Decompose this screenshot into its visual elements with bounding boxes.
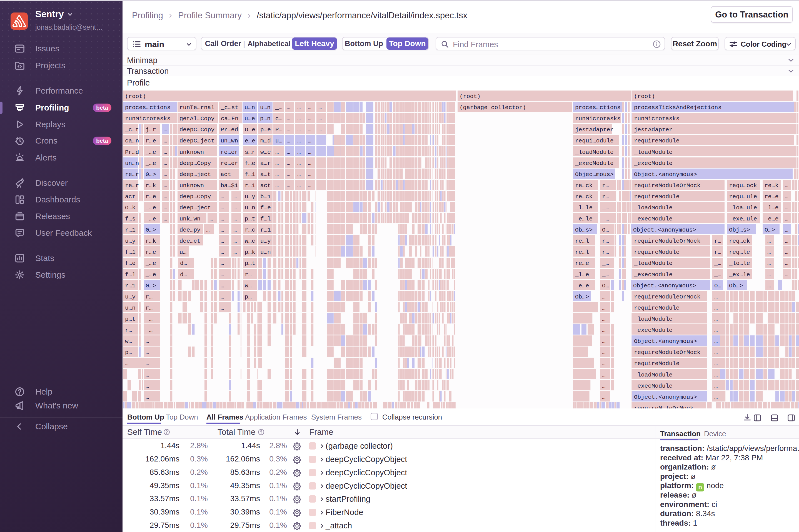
svg-text:…: … [275, 160, 279, 167]
svg-text:deep…Copy: deep…Copy [180, 160, 211, 167]
svg-text:requireModuleOrMock: requireModuleOrMock [634, 294, 700, 300]
svg-text:…: … [275, 149, 279, 155]
svg-text:f…1: f…1 [245, 171, 255, 178]
svg-text:(garbage collector): (garbage collector) [460, 104, 526, 111]
svg-text:Object.<anonymous>: Object.<anonymous> [633, 227, 696, 233]
svg-text:…: … [308, 127, 312, 133]
svg-text:u…n: u…n [245, 205, 255, 211]
svg-text:w…: w… [125, 338, 132, 345]
svg-text:O…: O… [602, 283, 609, 289]
svg-text:(root): (root) [460, 93, 481, 100]
svg-text:_…: _… [145, 327, 152, 334]
svg-text:…: … [714, 349, 718, 356]
svg-text:r…: r… [602, 238, 609, 244]
svg-text:_execModule: _execModule [634, 216, 673, 222]
svg-text:_…: _… [602, 205, 609, 211]
svg-text:…: … [297, 115, 301, 122]
svg-text:…: … [221, 283, 224, 289]
svg-text:r…e: r…e [146, 138, 156, 144]
svg-text:…: … [308, 104, 312, 111]
svg-text:…: … [234, 238, 237, 244]
svg-text:_…: _… [145, 316, 152, 322]
svg-text:u…n: u…n [260, 249, 271, 255]
svg-text:_c…t: _c…t [125, 127, 139, 133]
svg-text:Obj…s>: Obj…s> [729, 227, 750, 233]
svg-text:…: … [287, 183, 290, 189]
svg-text:Object.<anonymous>: Object.<anonymous> [634, 394, 697, 400]
svg-text:r…: r… [602, 193, 609, 200]
svg-text:processTicksAndRejections: processTicksAndRejections [634, 104, 722, 111]
svg-text:_loa…ule: _loa…ule [729, 205, 757, 211]
svg-text:requireM…leOrMock: requireM…leOrMock [634, 405, 693, 408]
svg-text:re…ck: re…ck [575, 193, 593, 200]
svg-text:deepC…Copy: deepC…Copy [180, 127, 215, 133]
svg-text:…: … [767, 260, 771, 267]
svg-text:f…e: f…e [245, 160, 255, 167]
svg-text:…: … [297, 149, 301, 155]
svg-text:0…>: 0…> [146, 227, 156, 233]
svg-text:u…n: u…n [260, 104, 271, 111]
svg-text:requireModule: requireModule [634, 193, 680, 200]
svg-text:_execModule: _execModule [634, 271, 673, 278]
svg-text:_execModule: _execModule [634, 327, 673, 334]
svg-text:…: … [714, 383, 718, 389]
svg-text:…: … [785, 216, 788, 222]
svg-text:0…>: 0…> [146, 283, 156, 289]
svg-text:r…e: r…e [146, 249, 156, 255]
svg-text:…: … [308, 160, 312, 167]
svg-text:Object.<anonymous>: Object.<anonymous> [633, 283, 696, 289]
svg-text:…: … [287, 115, 290, 122]
svg-text:…: … [714, 372, 718, 378]
svg-text:runMicrotasks: runMicrotasks [125, 115, 171, 122]
svg-text:ba…$1: ba…$1 [221, 183, 238, 189]
svg-text:requ…ock: requ…ock [729, 183, 757, 189]
svg-text:…: … [234, 205, 237, 211]
svg-text:…: … [602, 349, 606, 356]
svg-text:re…k: re…k [765, 183, 778, 189]
svg-text:…: … [714, 360, 718, 367]
svg-text:_l…le: _l…le [575, 205, 593, 211]
svg-text:…: … [602, 316, 606, 322]
svg-text:getAl…Copy: getAl…Copy [180, 115, 215, 122]
svg-text:runMicrotasks: runMicrotasks [634, 115, 680, 122]
svg-text:Ob…s>: Ob…s> [575, 227, 593, 233]
svg-text:…: … [276, 405, 280, 408]
svg-text:…: … [146, 394, 149, 400]
svg-text:s…r: s…r [245, 149, 255, 155]
svg-text:…: … [221, 227, 224, 233]
svg-text:_…: _… [602, 260, 609, 267]
svg-text:O…k: O…k [125, 205, 135, 211]
svg-text:…: … [297, 171, 301, 178]
svg-text:u…: u… [180, 249, 186, 255]
svg-text:_e…e: _e…e [764, 216, 778, 222]
svg-text:act: act [221, 171, 231, 178]
svg-text:…: … [234, 227, 237, 233]
svg-text:O…: O… [602, 227, 609, 233]
svg-text:_loadModule: _loadModule [634, 149, 673, 155]
svg-text:…: … [287, 104, 290, 111]
svg-text:…: … [602, 305, 606, 311]
svg-text:r…: r… [714, 238, 721, 244]
svg-text:…: … [297, 138, 301, 144]
svg-text:re…l: re…l [575, 249, 589, 255]
svg-text:requireModule: requireModule [634, 360, 680, 367]
svg-text:…: … [602, 294, 606, 300]
svg-text:proces…ctions: proces…ctions [575, 104, 621, 111]
svg-text:un…wn: un…wn [221, 138, 238, 144]
svg-text:…: … [146, 338, 149, 345]
svg-text:_loadModule: _loadModule [634, 316, 673, 322]
svg-text:re…e: re…e [765, 193, 778, 200]
svg-text:f…l: f…l [260, 216, 271, 222]
svg-text:…: … [297, 160, 301, 167]
svg-text:Ob…>: Ob…> [575, 294, 589, 300]
svg-text:dee…ct: dee…ct [180, 238, 201, 244]
svg-text:…: … [767, 238, 771, 244]
svg-text:re…ck: re…ck [575, 183, 593, 189]
svg-text:b…1: b…1 [260, 193, 271, 200]
svg-text:…: … [714, 338, 718, 345]
svg-text:_…: _… [602, 271, 609, 278]
svg-text:_…: _… [714, 271, 721, 278]
svg-text:r…: r… [714, 249, 721, 255]
svg-text:…: … [287, 138, 290, 144]
svg-text:…: … [146, 372, 149, 378]
